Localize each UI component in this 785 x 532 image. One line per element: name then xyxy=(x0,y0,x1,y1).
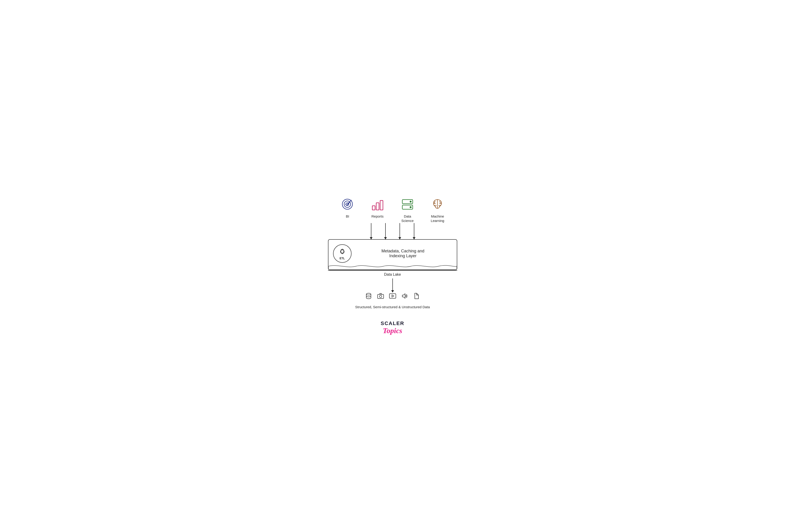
svg-point-13 xyxy=(379,295,382,298)
svg-rect-6 xyxy=(380,201,383,210)
svg-marker-16 xyxy=(402,294,405,298)
arrow-data-science xyxy=(400,223,400,239)
database-icon xyxy=(365,292,372,301)
data-science-item: DataScience xyxy=(400,197,416,223)
video-icon xyxy=(389,292,396,301)
camera-icon xyxy=(377,292,384,301)
arrow-bi xyxy=(371,223,371,239)
machine-learning-item: MachineLearning xyxy=(430,197,446,223)
data-lake-label: Data Lake xyxy=(384,272,401,276)
diagram-container: BI Reports xyxy=(312,197,474,335)
arrow-from-datalake xyxy=(392,278,393,292)
middle-layer-box: ETL Metadata, Caching andIndexing Layer xyxy=(328,239,457,270)
svg-point-11 xyxy=(366,293,371,295)
scaler-company: SCALER xyxy=(381,320,404,326)
bi-label: BI xyxy=(346,214,349,219)
bottom-data-label: Structured, Semi-structured & Unstructur… xyxy=(355,305,430,309)
svg-line-3 xyxy=(347,200,352,204)
bi-item: BI xyxy=(339,197,356,223)
etl-label: ETL xyxy=(339,257,345,260)
svg-rect-12 xyxy=(378,294,384,298)
svg-marker-15 xyxy=(392,295,394,297)
document-icon xyxy=(413,292,420,301)
svg-rect-5 xyxy=(376,203,379,210)
data-science-label: DataScience xyxy=(401,214,414,223)
machine-learning-icon xyxy=(430,197,446,212)
scaler-branding: SCALER Topics xyxy=(381,320,404,335)
bottom-icons-row xyxy=(365,292,420,301)
machine-learning-label: MachineLearning xyxy=(431,214,444,223)
arrow-reports xyxy=(385,223,386,239)
svg-rect-14 xyxy=(389,294,396,298)
data-lake-section: Data Lake xyxy=(328,270,457,278)
top-icons-row: BI Reports xyxy=(339,197,446,223)
data-science-icon xyxy=(400,197,416,212)
svg-point-9 xyxy=(410,201,411,203)
bi-icon xyxy=(339,197,356,212)
audio-icon xyxy=(401,292,408,301)
scaler-product: Topics xyxy=(381,326,404,335)
reports-icon xyxy=(370,197,386,212)
etl-circle: ETL xyxy=(333,244,352,263)
middle-layer-title: Metadata, Caching andIndexing Layer xyxy=(356,249,450,258)
svg-rect-4 xyxy=(372,206,375,210)
reports-label: Reports xyxy=(371,214,384,219)
arrow-machine-learning xyxy=(414,223,414,239)
wave-decoration xyxy=(328,263,457,270)
svg-point-10 xyxy=(410,206,411,208)
reports-item: Reports xyxy=(370,197,386,223)
